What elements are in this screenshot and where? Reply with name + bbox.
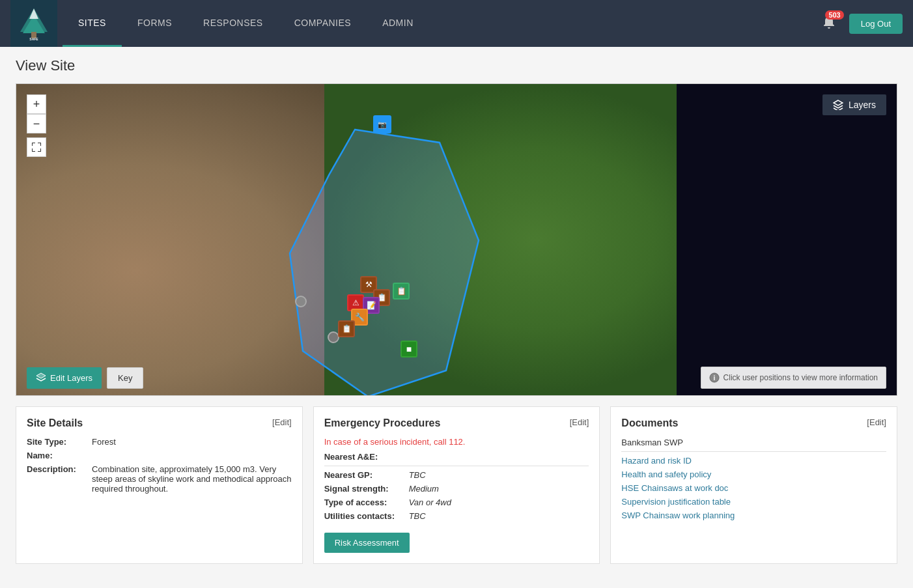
doc-hazard[interactable]: Hazard and risk ID [621, 456, 886, 466]
map-toolbar: Edit Layers Key i Click user positions t… [16, 360, 897, 395]
description-row: Description: Combination site, approxima… [27, 464, 292, 494]
utilities-row: Utilities contacts: TBC [324, 511, 589, 521]
description-value: Combination site, approximately 15,000 m… [92, 464, 292, 494]
edit-layers-button[interactable]: Edit Layers [27, 367, 102, 389]
svg-marker-3 [29, 8, 38, 19]
fullscreen-button[interactable] [27, 137, 46, 157]
emergency-header: Emergency Procedures [Edit] [324, 417, 589, 429]
key-button[interactable]: Key [107, 367, 143, 389]
access-row: Type of access: Van or 4wd [324, 497, 589, 507]
notifications-button[interactable]: 503 [819, 13, 839, 35]
zoom-out-button[interactable]: − [27, 114, 46, 133]
access-value: Van or 4wd [409, 497, 451, 507]
nearest-gp-label: Nearest GP: [324, 470, 409, 480]
utilities-value: TBC [409, 511, 426, 521]
site-type-value: Forest [92, 437, 116, 447]
signal-label: Signal strength: [324, 484, 409, 494]
emergency-title: Emergency Procedures [324, 417, 441, 429]
marker-brown-3[interactable]: 📋 [338, 320, 355, 337]
nav-right: 503 Log Out [819, 13, 903, 35]
risk-assessment-button[interactable]: Risk Assessment [324, 533, 410, 553]
site-details-header: Site Details [Edit] [27, 417, 292, 429]
map-controls: + − [27, 94, 46, 157]
utilities-label: Utilities contacts: [324, 511, 409, 521]
site-details-panel: Site Details [Edit] Site Type: Forest Na… [16, 406, 303, 564]
panels-row: Site Details [Edit] Site Type: Forest Na… [16, 406, 897, 564]
marker-grey-1[interactable] [295, 296, 307, 307]
emergency-alert: In case of a serious incident, call 112. [324, 437, 589, 447]
nav-forms[interactable]: FORMS [122, 0, 188, 47]
signal-value: Medium [409, 484, 439, 494]
documents-panel: Documents [Edit] Banksman SWP Hazard and… [610, 406, 897, 564]
logout-button[interactable]: Log Out [849, 14, 903, 34]
doc-hse-chainsaw[interactable]: HSE Chainsaws at work doc [621, 483, 886, 493]
nav-admin[interactable]: ADMIN [367, 0, 429, 47]
nav-sites[interactable]: SITES [63, 0, 122, 47]
doc-divider [621, 451, 886, 452]
documents-header: Documents [Edit] [621, 417, 886, 429]
info-tip-text: Click user positions to view more inform… [723, 373, 878, 382]
main-content: View Site 📷 ⚒ 📋 📋 ⚠ [0, 47, 913, 574]
site-type-label: Site Type: [27, 437, 92, 447]
map-info-tip: i Click user positions to view more info… [701, 367, 886, 389]
navbar: SAFE SITES FORMS RESPONSES COMPANIES ADM… [0, 0, 913, 47]
map-toolbar-left: Edit Layers Key [27, 367, 143, 389]
logo: SAFE [10, 0, 57, 47]
edit-layers-label: Edit Layers [50, 373, 92, 383]
marker-green-bottom[interactable]: ■ [400, 341, 417, 357]
nav-companies[interactable]: COMPANIES [279, 0, 367, 47]
doc-health-safety[interactable]: Health and safety policy [621, 469, 886, 479]
nearest-ae-label: Nearest A&E: [324, 452, 409, 462]
nearest-gp-value: TBC [409, 470, 426, 480]
zoom-in-button[interactable]: + [27, 94, 46, 114]
doc-banksman: Banksman SWP [621, 438, 683, 447]
name-label: Name: [27, 451, 92, 460]
site-details-title: Site Details [27, 417, 83, 429]
doc-swp-chainsaw[interactable]: SWP Chainsaw work planning [621, 511, 886, 520]
documents-edit[interactable]: [Edit] [867, 417, 886, 427]
name-row: Name: [27, 451, 292, 460]
site-type-row: Site Type: Forest [27, 437, 292, 447]
notification-badge: 503 [825, 10, 843, 20]
map-marker-blue-top[interactable]: 📷 [373, 115, 391, 133]
page-title: View Site [16, 57, 897, 74]
description-label: Description: [27, 464, 92, 494]
site-details-edit[interactable]: [Edit] [272, 417, 292, 427]
map-terrain-water [677, 84, 897, 395]
nearest-gp-row: Nearest GP: TBC [324, 470, 589, 480]
doc-supervision[interactable]: Supervision justification table [621, 497, 886, 507]
layers-button[interactable]: Layers [822, 94, 886, 115]
signal-row: Signal strength: Medium [324, 484, 589, 494]
nav-responses[interactable]: RESPONSES [188, 0, 279, 47]
marker-green-1[interactable]: 📋 [393, 283, 410, 300]
emergency-panel: Emergency Procedures [Edit] In case of a… [313, 406, 600, 564]
nearest-ae-row: Nearest A&E: [324, 452, 589, 462]
layers-label: Layers [849, 100, 876, 110]
svg-text:i: i [713, 374, 715, 382]
access-label: Type of access: [324, 497, 409, 507]
svg-text:SAFE: SAFE [29, 37, 38, 41]
map-container[interactable]: 📷 ⚒ 📋 📋 ⚠ 📝 🔧 📋 ■ + [16, 83, 897, 396]
emergency-edit[interactable]: [Edit] [570, 417, 589, 427]
nav-links: SITES FORMS RESPONSES COMPANIES ADMIN [63, 0, 819, 47]
documents-title: Documents [621, 417, 678, 429]
